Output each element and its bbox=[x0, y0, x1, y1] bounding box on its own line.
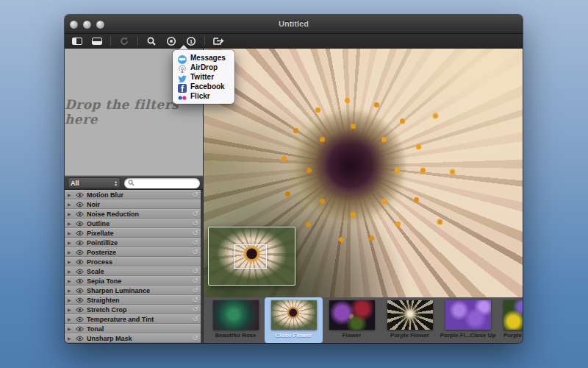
filter-row[interactable]: ▶ Noir ↺ bbox=[65, 199, 203, 209]
reset-icon[interactable]: ↺ bbox=[191, 267, 198, 275]
filter-row[interactable]: ▶ Temperature and Tint ↺ bbox=[65, 314, 203, 324]
eye-visibility-icon[interactable] bbox=[76, 202, 84, 208]
eye-visibility-icon[interactable] bbox=[76, 250, 84, 255]
reset-icon[interactable]: ↺ bbox=[191, 315, 198, 323]
thumbnail-item[interactable]: Flower bbox=[323, 297, 381, 343]
thumbnail-item[interactable]: Close Flower bbox=[265, 297, 323, 343]
reset-icon[interactable]: ↺ bbox=[191, 229, 198, 237]
disclosure-triangle-icon[interactable]: ▶ bbox=[68, 230, 73, 236]
minimize-button[interactable] bbox=[83, 21, 91, 29]
thumbnail-image[interactable] bbox=[271, 300, 317, 330]
thumbnail-item[interactable]: Purple Y...Flowe bbox=[497, 297, 523, 343]
rotate-button[interactable] bbox=[118, 35, 131, 47]
disclosure-triangle-icon[interactable]: ▶ bbox=[68, 259, 73, 264]
eye-visibility-icon[interactable] bbox=[76, 297, 84, 303]
disclosure-triangle-icon[interactable]: ▶ bbox=[68, 240, 73, 245]
filter-row[interactable]: ▶ Straighten ↺ bbox=[65, 295, 203, 305]
eye-visibility-icon[interactable] bbox=[76, 288, 84, 294]
disclosure-triangle-icon[interactable]: ▶ bbox=[68, 269, 73, 274]
navigator-overlay[interactable] bbox=[208, 227, 295, 286]
thumbnail-image[interactable] bbox=[329, 300, 375, 330]
close-button[interactable] bbox=[70, 21, 78, 29]
svg-text:1: 1 bbox=[190, 38, 193, 44]
toggle-left-panel-button[interactable] bbox=[71, 35, 84, 47]
eye-visibility-icon[interactable] bbox=[76, 240, 84, 246]
filter-row[interactable]: ▶ Process ↺ bbox=[65, 257, 203, 266]
eye-visibility-icon[interactable] bbox=[76, 326, 84, 332]
share-menu-item[interactable]: AirDrop bbox=[173, 63, 234, 72]
category-select[interactable]: All ▲▼ bbox=[68, 177, 121, 188]
disclosure-triangle-icon[interactable]: ▶ bbox=[68, 278, 73, 283]
filter-row[interactable]: ▶ Stretch Crop ↺ bbox=[65, 305, 203, 314]
panel-left-icon bbox=[72, 38, 82, 45]
filter-row[interactable]: ▶ Pointillize ↺ bbox=[65, 238, 203, 247]
disclosure-triangle-icon[interactable]: ▶ bbox=[68, 211, 73, 216]
disclosure-triangle-icon[interactable]: ▶ bbox=[68, 307, 73, 312]
eye-visibility-icon[interactable] bbox=[76, 230, 84, 236]
disclosure-triangle-icon[interactable]: ▶ bbox=[68, 221, 73, 226]
thumbnail-item[interactable]: Purple Fl...Close Up bbox=[439, 297, 497, 343]
filter-row[interactable]: ▶ Tonal ↺ bbox=[65, 324, 203, 333]
rotate-icon bbox=[119, 36, 129, 46]
reset-icon[interactable]: ↺ bbox=[191, 191, 198, 199]
filter-row[interactable]: ▶ Pixellate ↺ bbox=[65, 228, 203, 238]
disclosure-triangle-icon[interactable]: ▶ bbox=[68, 250, 73, 255]
flickr-icon bbox=[178, 92, 187, 101]
eye-visibility-icon[interactable] bbox=[76, 211, 84, 217]
disclosure-triangle-icon[interactable]: ▶ bbox=[68, 297, 73, 302]
navigator-zoom-rect[interactable] bbox=[234, 244, 267, 269]
filter-row[interactable]: ▶ Posterize ↺ bbox=[65, 247, 203, 257]
eye-visibility-icon[interactable] bbox=[76, 307, 84, 313]
eye-visibility-icon[interactable] bbox=[76, 316, 84, 322]
disclosure-triangle-icon[interactable]: ▶ bbox=[68, 288, 73, 293]
disclosure-triangle-icon[interactable]: ▶ bbox=[68, 202, 73, 207]
reset-icon[interactable]: ↺ bbox=[191, 296, 198, 304]
eye-visibility-icon[interactable] bbox=[76, 336, 84, 342]
thumbnail-image[interactable] bbox=[445, 300, 491, 330]
filter-row[interactable]: ▶ Motion Blur ↺ bbox=[65, 190, 203, 199]
share-menu-item[interactable]: Twitter bbox=[173, 72, 234, 82]
search-input[interactable] bbox=[137, 180, 188, 187]
filter-row[interactable]: ▶ Unsharp Mask ↺ bbox=[65, 333, 203, 343]
filter-name: Unsharp Mask bbox=[87, 335, 188, 342]
reset-icon[interactable]: ↺ bbox=[191, 286, 198, 294]
app-window: Untitled bbox=[65, 15, 523, 343]
disclosure-triangle-icon[interactable]: ▶ bbox=[68, 326, 73, 331]
reset-icon[interactable]: ↺ bbox=[191, 210, 198, 218]
eye-visibility-icon[interactable] bbox=[76, 269, 84, 275]
filter-row[interactable]: ▶ Sharpen Luminance ↺ bbox=[65, 286, 203, 295]
eye-visibility-icon[interactable] bbox=[76, 192, 84, 198]
filter-search-field[interactable] bbox=[124, 178, 200, 188]
filter-row[interactable]: ▶ Noise Reduction ↺ bbox=[65, 209, 203, 219]
share-popover: Messages AirDrop Twitter Facebook Flickr bbox=[173, 45, 234, 104]
reset-icon[interactable]: ↺ bbox=[191, 219, 198, 227]
eye-visibility-icon[interactable] bbox=[76, 259, 84, 265]
share-menu-item[interactable]: Flickr bbox=[173, 91, 234, 101]
disclosure-triangle-icon[interactable]: ▶ bbox=[68, 316, 73, 322]
reset-icon[interactable]: ↺ bbox=[191, 277, 198, 285]
filter-row[interactable]: ▶ Scale ↺ bbox=[65, 266, 203, 276]
reset-icon[interactable]: ↺ bbox=[191, 334, 198, 342]
toggle-bottom-panel-button[interactable] bbox=[90, 35, 104, 47]
filter-row[interactable]: ▶ Outline ↺ bbox=[65, 219, 203, 228]
toolbar: 1 bbox=[65, 34, 523, 49]
thumbnail-image[interactable] bbox=[387, 300, 433, 330]
disclosure-triangle-icon[interactable]: ▶ bbox=[68, 336, 73, 341]
thumbnail-item[interactable]: Beautiful Rose bbox=[207, 297, 265, 343]
reset-icon[interactable]: ↺ bbox=[191, 305, 198, 314]
filter-row[interactable]: ▶ Sepia Tone ↺ bbox=[65, 276, 203, 286]
filter-name: Straighten bbox=[87, 297, 188, 304]
thumbnail-image[interactable] bbox=[503, 300, 523, 330]
eye-visibility-icon[interactable] bbox=[76, 221, 84, 227]
zoom-in-button[interactable] bbox=[145, 35, 158, 47]
zoom-window-button[interactable] bbox=[96, 21, 104, 29]
thumbnail-item[interactable]: Purple Flower bbox=[381, 297, 439, 343]
popover-arrow bbox=[179, 45, 189, 50]
share-menu-item[interactable]: Messages bbox=[173, 53, 234, 63]
reset-icon[interactable]: ↺ bbox=[191, 238, 198, 247]
eye-visibility-icon[interactable] bbox=[76, 278, 84, 284]
disclosure-triangle-icon[interactable]: ▶ bbox=[68, 192, 73, 197]
thumbnail-image[interactable] bbox=[213, 300, 259, 330]
share-menu-item[interactable]: Facebook bbox=[173, 82, 234, 91]
reset-icon[interactable]: ↺ bbox=[191, 248, 198, 256]
